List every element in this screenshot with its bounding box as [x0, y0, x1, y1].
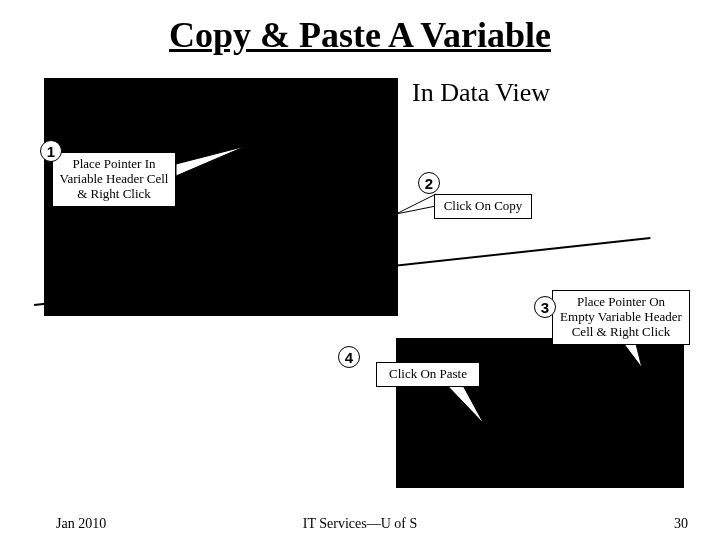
- callout-step-3: Place Pointer On Empty Variable Header C…: [552, 290, 690, 345]
- callout-step-4: Click On Paste: [376, 362, 480, 387]
- step-number-1: 1: [40, 140, 62, 162]
- slide-title: Copy & Paste A Variable: [0, 14, 720, 56]
- step-number-3: 3: [534, 296, 556, 318]
- slide-number: 30: [674, 516, 688, 532]
- callout-step-1: Place Pointer In Variable Header Cell & …: [52, 152, 176, 207]
- step-number-2: 2: [418, 172, 440, 194]
- footer-org: IT Services—U of S: [0, 516, 720, 532]
- callout-pointer-1: [176, 146, 246, 176]
- step-number-4: 4: [338, 346, 360, 368]
- svg-marker-1: [396, 194, 436, 214]
- svg-marker-0: [176, 146, 246, 176]
- slide-subtitle: In Data View: [412, 78, 550, 108]
- callout-step-2: Click On Copy: [434, 194, 532, 219]
